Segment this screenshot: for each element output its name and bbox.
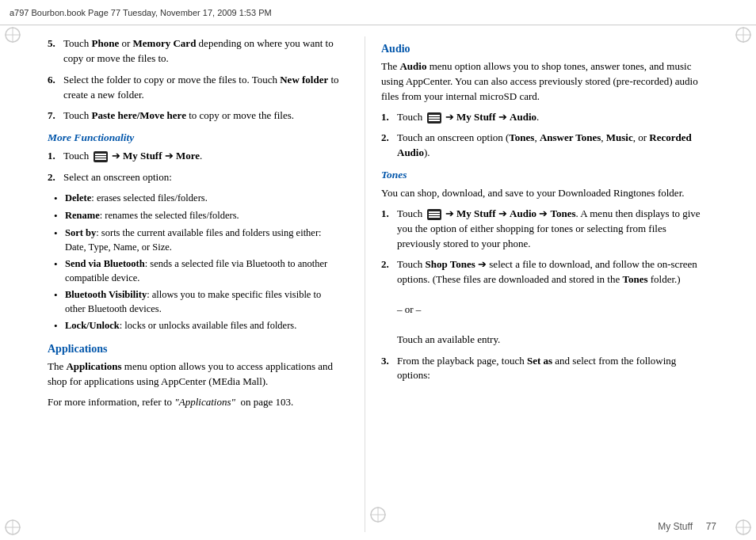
header-text: a797 Bourbon.book Page 77 Tuesday, Novem… xyxy=(10,8,272,17)
content-area: 5. Touch Phone or Memory Card depending … xyxy=(0,25,756,540)
tones-num-3: 3. xyxy=(381,354,397,384)
more-item-1: 1. Touch ➔ My Stuff ➔ More. xyxy=(48,149,341,164)
left-column: 5. Touch Phone or Memory Card depending … xyxy=(0,36,365,532)
bullet-dot-6: • xyxy=(54,319,65,333)
audio-content-2: Touch an onscreen option (Tones, Answer … xyxy=(397,131,708,161)
audio-heading: Audio xyxy=(381,43,708,55)
footer: My Stuff 77 xyxy=(658,521,716,532)
bullet-dot-5: • xyxy=(54,288,65,316)
list-item-5: 5. Touch Phone or Memory Card depending … xyxy=(48,36,341,67)
audio-intro: The Audio menu option allows you to shop… xyxy=(381,59,708,105)
more-functionality-heading: More Functionality xyxy=(48,131,341,144)
audio-item-2: 2. Touch an onscreen option (Tones, Answ… xyxy=(381,131,708,161)
bullet-content-rename: Rename: renames the selected files/folde… xyxy=(65,209,341,223)
bullet-content-sortby: Sort by: sorts the current available fil… xyxy=(65,226,341,254)
list-item-6: 6. Select the folder to copy or move the… xyxy=(48,73,341,103)
corner-br-decoration xyxy=(734,518,753,537)
applications-para1: The Applications menu option allows you … xyxy=(48,359,341,390)
bullet-bluetooth-send: • Send via Bluetooth: sends a selected f… xyxy=(54,257,341,285)
applications-section: Applications The Applications menu optio… xyxy=(48,343,341,410)
list-num-5: 5. xyxy=(48,36,63,67)
footer-label: My Stuff xyxy=(658,521,693,532)
tones-heading: Tones xyxy=(381,169,708,181)
tones-content-2: Touch Shop Tones ➔ select a file to down… xyxy=(397,257,708,347)
audio-item-1: 1. Touch ➔ My Stuff ➔ Audio. xyxy=(381,110,708,125)
bullet-bluetooth-vis: • Bluetooth Visibility: allows you to ma… xyxy=(54,288,341,316)
corner-tl-decoration xyxy=(3,25,22,44)
tones-item-3: 3. From the playback page, touch Set as … xyxy=(381,354,708,384)
audio-menu-icon-1 xyxy=(427,112,441,124)
corner-bl-decoration xyxy=(3,518,22,537)
bullet-content-bluetooth-vis: Bluetooth Visibility: allows you to make… xyxy=(65,288,341,316)
tones-content-3: From the playback page, touch Set as and… xyxy=(397,354,708,384)
bullet-content-bluetooth-send: Send via Bluetooth: sends a selected fil… xyxy=(65,257,341,285)
tones-menu-icon xyxy=(427,209,441,220)
list-num-6: 6. xyxy=(48,73,63,103)
more-item-2: 2. Select an onscreen option: xyxy=(48,170,341,185)
bullet-list: • Delete: erases selected files/folders.… xyxy=(54,192,341,334)
center-bottom-decoration xyxy=(368,505,388,527)
more-num-1: 1. xyxy=(48,149,63,164)
header-bar: a797 Bourbon.book Page 77 Tuesday, Novem… xyxy=(0,0,756,25)
more-content-2: Select an onscreen option: xyxy=(63,170,341,185)
tones-item-1: 1. Touch ➔ My Stuff ➔ Audio ➔ Tones. A m… xyxy=(381,207,708,252)
more-content-1: Touch ➔ My Stuff ➔ More. xyxy=(63,149,341,164)
audio-content-1: Touch ➔ My Stuff ➔ Audio. xyxy=(397,110,708,125)
menu-icon xyxy=(94,151,108,162)
list-item-7: 7. Touch Paste here/Move here to copy or… xyxy=(48,108,341,124)
applications-para2: For more information, refer to "Applicat… xyxy=(48,395,341,410)
list-content-6: Select the folder to copy or move the fi… xyxy=(63,73,341,103)
tones-num-2: 2. xyxy=(381,257,397,347)
bullet-sortby: • Sort by: sorts the current available f… xyxy=(54,226,341,254)
list-content-7: Touch Paste here/Move here to copy or mo… xyxy=(63,108,341,124)
list-num-7: 7. xyxy=(48,108,63,124)
audio-num-2: 2. xyxy=(381,131,397,161)
tones-num-1: 1. xyxy=(381,207,397,252)
bullet-dot-4: • xyxy=(54,257,65,285)
more-num-2: 2. xyxy=(48,170,63,185)
right-column: Audio The Audio menu option allows you t… xyxy=(365,36,756,532)
bullet-delete: • Delete: erases selected files/folders. xyxy=(54,192,341,206)
list-content-5: Touch Phone or Memory Card depending on … xyxy=(63,36,341,67)
bullet-dot-2: • xyxy=(54,209,65,223)
corner-tr-decoration xyxy=(734,25,753,44)
tones-section: Tones You can shop, download, and save t… xyxy=(381,169,708,383)
footer-page: 77 xyxy=(706,521,716,532)
tones-intro: You can shop, download, and save to your… xyxy=(381,186,708,201)
applications-heading: Applications xyxy=(48,343,341,356)
audio-num-1: 1. xyxy=(381,110,397,125)
bullet-lock: • Lock/Unlock: locks or unlocks availabl… xyxy=(54,319,341,333)
tones-content-1: Touch ➔ My Stuff ➔ Audio ➔ Tones. A menu… xyxy=(397,207,708,252)
bullet-dot-3: • xyxy=(54,226,65,254)
bullet-rename: • Rename: renames the selected files/fol… xyxy=(54,209,341,223)
bullet-content-lock: Lock/Unlock: locks or unlocks available … xyxy=(65,319,341,333)
bullet-dot-1: • xyxy=(54,192,65,206)
bullet-content-delete: Delete: erases selected files/folders. xyxy=(65,192,341,206)
tones-item-2: 2. Touch Shop Tones ➔ select a file to d… xyxy=(381,257,708,347)
